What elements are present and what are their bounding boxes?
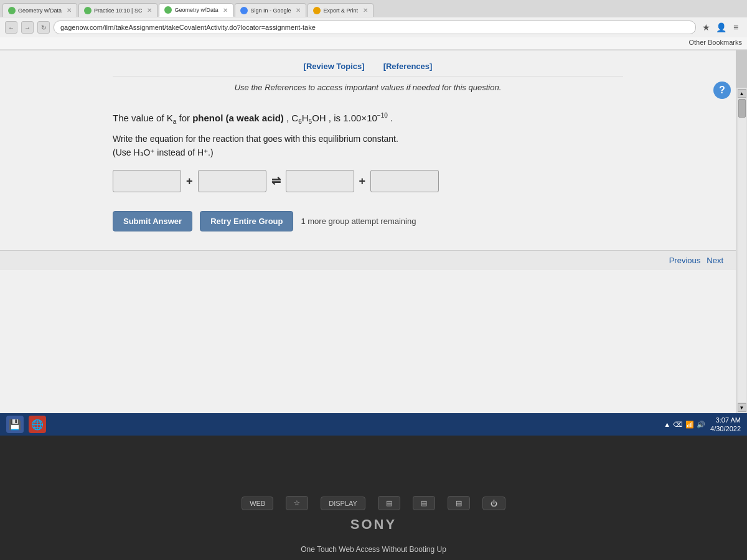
- plus-sign-1: +: [186, 175, 193, 188]
- attempt-remaining-text: 1 more group attempt remaining: [301, 217, 416, 226]
- star-icon[interactable]: ★: [700, 21, 712, 34]
- volume-icon: 🔊: [697, 421, 705, 429]
- system-tray: ▲ ⌫ 📶 🔊: [664, 421, 705, 429]
- help-icon[interactable]: ?: [713, 82, 731, 99]
- bookmarks-bar: Other Bookmarks: [0, 37, 747, 50]
- submit-answer-button[interactable]: Submit Answer: [113, 211, 192, 231]
- tab-export-print[interactable]: Export & Print ✕: [308, 3, 374, 17]
- retry-entire-group-button[interactable]: Retry Entire Group: [200, 211, 293, 231]
- equation-input-3[interactable]: [286, 170, 354, 192]
- tab-geometry-data-1[interactable]: Geometry w/Data ✕: [2, 3, 77, 17]
- question-instruction: Write the equation for the reaction that…: [113, 134, 623, 144]
- bottom-navigation: Previous Next: [0, 250, 736, 270]
- tab-icon-1: [8, 7, 16, 14]
- equation-input-4[interactable]: [370, 170, 439, 192]
- laptop-bottom: WEB ☆ DISPLAY ▤ ▤ ▤ ⏻ SONY One Touch Web…: [0, 436, 747, 560]
- scroll-thumb[interactable]: [738, 99, 746, 118]
- review-topics-link[interactable]: [Review Topics]: [304, 62, 365, 71]
- forward-button[interactable]: →: [21, 21, 34, 34]
- one-touch-text: One Touch Web Access Without Booting Up: [301, 545, 446, 554]
- question-ka-text: The value of Ka for phenol (a weak acid)…: [113, 111, 623, 126]
- reference-bar: [Review Topics] [References]: [113, 57, 623, 77]
- menu-icon[interactable]: ≡: [730, 21, 742, 34]
- scrollbar[interactable]: ▲ ▼: [736, 88, 747, 413]
- back-button[interactable]: ←: [5, 21, 17, 34]
- taskbar-app-icon-1[interactable]: 💾: [6, 416, 24, 433]
- tab-label-1: Geometry w/Data: [18, 7, 62, 14]
- tab-geometry-data-2[interactable]: Geometry w/Data ✕: [159, 3, 233, 17]
- other-bookmarks-link[interactable]: Other Bookmarks: [688, 39, 742, 46]
- tab-icon-3: [164, 6, 172, 14]
- next-link[interactable]: Next: [707, 256, 723, 265]
- tab-icon-4: [240, 7, 248, 14]
- profile-icon[interactable]: 👤: [715, 21, 727, 34]
- current-date: 4/30/2022: [710, 424, 741, 433]
- scroll-track: [738, 99, 746, 402]
- network-icon: 📶: [685, 421, 694, 429]
- web-button[interactable]: WEB: [242, 497, 273, 510]
- taskbar-left: 💾 🌐: [6, 416, 46, 433]
- tab-icon-2: [84, 7, 92, 14]
- fn-button-1[interactable]: ▤: [378, 496, 400, 510]
- use-references-text: Use the References to access important v…: [113, 83, 623, 92]
- display-button[interactable]: DISPLAY: [321, 497, 365, 510]
- plus-sign-2: +: [359, 175, 366, 188]
- wifi-icon: ⌫: [673, 421, 683, 429]
- equals-sign: ⇌: [271, 174, 281, 188]
- time-display: 3:07 AM 4/30/2022: [710, 416, 741, 434]
- address-bar-row: ← → ↻ ★ 👤 ≡: [0, 17, 747, 37]
- question-area: The value of Ka for phenol (a weak acid)…: [113, 105, 623, 238]
- tab-label-3: Geometry w/Data: [174, 7, 218, 13]
- tab-label-4: Sign In - Google: [250, 7, 291, 14]
- power-button[interactable]: ⏻: [482, 497, 505, 510]
- references-link[interactable]: [References]: [383, 62, 433, 71]
- fn-button-3[interactable]: ▤: [448, 496, 470, 510]
- star-button[interactable]: ☆: [286, 496, 308, 510]
- toolbar-icons: ★ 👤 ≡: [700, 21, 742, 34]
- scroll-up-button[interactable]: ▲: [738, 89, 746, 98]
- tab-icon-5: [313, 7, 321, 14]
- refresh-button[interactable]: ↻: [37, 21, 50, 34]
- page-content: ? [Review Topics] [References] Use the R…: [0, 50, 736, 436]
- tab-close-4[interactable]: ✕: [296, 7, 301, 14]
- question-note: (Use H₃O⁺ instead of H⁺.): [113, 147, 623, 157]
- fn-button-2[interactable]: ▤: [413, 496, 435, 510]
- sony-logo: SONY: [350, 516, 397, 533]
- tab-bar: Geometry w/Data ✕ Practice 10:10 | SC ✕ …: [0, 0, 747, 17]
- taskbar: 💾 🌐 ▲ ⌫ 📶 🔊 3:07 AM 4/30/2022: [0, 413, 747, 436]
- tab-practice[interactable]: Practice 10:10 | SC ✕: [78, 3, 157, 17]
- equation-input-2[interactable]: [198, 170, 266, 192]
- signal-icon: ▲: [664, 421, 670, 428]
- tab-close-5[interactable]: ✕: [363, 7, 368, 14]
- buttons-area: Submit Answer Retry Entire Group 1 more …: [113, 211, 623, 231]
- tab-close-2[interactable]: ✕: [147, 7, 152, 14]
- tab-label-2: Practice 10:10 | SC: [94, 7, 142, 14]
- tab-close-1[interactable]: ✕: [67, 7, 72, 14]
- current-time: 3:07 AM: [710, 416, 741, 424]
- tab-close-3[interactable]: ✕: [223, 7, 228, 14]
- scroll-down-button[interactable]: ▼: [738, 403, 746, 412]
- taskbar-app-icon-2[interactable]: 🌐: [29, 416, 46, 433]
- equation-input-1[interactable]: [113, 170, 181, 192]
- taskbar-right: ▲ ⌫ 📶 🔊 3:07 AM 4/30/2022: [664, 416, 741, 434]
- keyboard-buttons-row: WEB ☆ DISPLAY ▤ ▤ ▤ ⏻: [242, 496, 505, 510]
- tab-label-5: Export & Print: [323, 7, 358, 14]
- previous-link[interactable]: Previous: [669, 256, 701, 265]
- tab-google-signin[interactable]: Sign In - Google ✕: [235, 3, 306, 17]
- address-input[interactable]: [54, 21, 696, 34]
- equation-area: + ⇌ +: [113, 170, 623, 192]
